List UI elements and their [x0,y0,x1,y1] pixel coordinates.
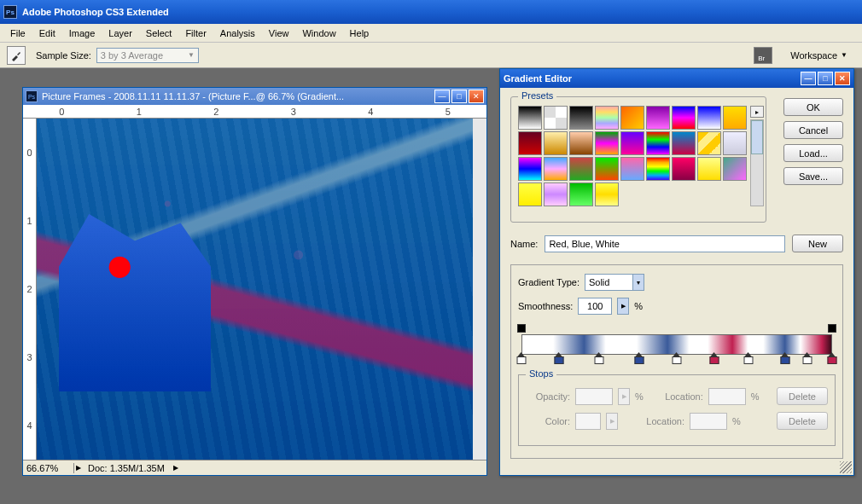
preset-swatch[interactable] [518,131,542,155]
minimize-button[interactable]: — [434,90,450,103]
sample-size-label: Sample Size: [36,50,91,61]
preset-swatch[interactable] [544,182,568,206]
scrollbar-vertical[interactable] [750,119,764,206]
preset-swatch[interactable] [723,157,747,181]
menu-file[interactable]: File [3,26,32,41]
preset-swatch[interactable] [697,106,721,130]
canvas[interactable] [37,119,473,460]
color-stop[interactable] [554,356,563,368]
menu-layer[interactable]: Layer [102,26,139,41]
presets-label: Presets [518,90,556,101]
preset-swatch[interactable] [544,106,568,130]
zoom-field[interactable]: 66.67% [23,463,74,473]
gradient-editor-dialog: Gradient Editor — □ ✕ OK Cancel Load... … [499,68,854,476]
opacity-input [575,388,613,405]
preset-swatch[interactable] [646,157,670,181]
gradient-name-input[interactable] [545,235,785,252]
app-title: Adobe Photoshop CS3 Extended [22,7,169,17]
stops-label: Stops [526,368,556,379]
preset-swatch[interactable] [672,157,696,181]
color-stop[interactable] [517,356,527,368]
preset-swatch[interactable] [646,106,670,130]
document-window: Ps Picture Frames - 2008.11.11 11.11.37 … [22,87,487,476]
preset-swatch[interactable] [518,157,542,181]
menu-select[interactable]: Select [139,26,179,41]
preset-swatch[interactable] [569,106,593,130]
location-input [690,413,727,430]
eyedropper-tool-icon[interactable] [7,46,26,65]
presets-menu-icon[interactable]: ▸ [750,106,764,118]
minimize-button[interactable]: — [801,72,816,85]
preset-swatch[interactable] [595,182,619,206]
preset-swatch[interactable] [723,131,747,155]
preset-swatch[interactable] [518,106,542,130]
options-bar: Sample Size: 3 by 3 Average ▼ Workspace … [0,43,862,68]
preset-swatch[interactable] [672,131,696,155]
maximize-button[interactable]: □ [451,90,467,103]
gradient-type-select[interactable]: Solid ▾ [585,274,644,291]
color-stop[interactable] [828,356,837,368]
preset-swatch[interactable] [595,106,619,130]
save-button[interactable]: Save... [783,167,843,185]
preset-swatch[interactable] [569,157,593,181]
menu-analysis[interactable]: Analysis [213,26,262,41]
cancel-button[interactable]: Cancel [783,121,843,139]
color-stop[interactable] [635,356,644,368]
menu-window[interactable]: Window [295,26,342,41]
preset-swatch[interactable] [544,157,568,181]
chevron-right-icon[interactable]: ▶ [173,464,178,472]
preset-swatch[interactable] [569,182,593,206]
new-button[interactable]: New [792,235,843,252]
location-label: Location: [659,391,703,402]
bridge-icon[interactable] [754,47,772,64]
smoothness-input[interactable] [578,298,612,315]
menu-image[interactable]: Image [62,26,102,41]
document-title: Picture Frames - 2008.11.11 11.11.37 - (… [42,91,434,101]
opacity-stop[interactable] [828,324,836,333]
gradient-type-label: Gradient Type: [518,277,580,287]
color-stop[interactable] [781,356,790,368]
vertical-ruler: 01234 [23,119,37,460]
resize-grip-icon[interactable] [840,461,852,473]
menu-edit[interactable]: Edit [32,26,62,41]
menu-help[interactable]: Help [343,26,376,41]
preset-swatch[interactable] [544,131,568,155]
preset-swatch[interactable] [723,106,747,130]
scrollbar-vertical[interactable] [473,119,486,460]
color-stop[interactable] [709,356,719,368]
preset-swatch[interactable] [697,157,721,181]
smoothness-label: Smoothness: [518,301,573,311]
smoothness-slider-icon[interactable]: ▶ [617,298,629,315]
close-button[interactable]: ✕ [469,90,484,103]
preset-swatch[interactable] [620,131,644,155]
preset-swatch[interactable] [697,131,721,155]
sample-size-select[interactable]: 3 by 3 Average ▼ [96,48,199,63]
maximize-button[interactable]: □ [818,72,833,85]
color-stop[interactable] [743,356,753,368]
doc-size-label: Doc: 1.35M/1.35M [81,463,172,473]
color-stop[interactable] [802,356,812,368]
menu-filter[interactable]: Filter [178,26,213,41]
color-stop[interactable] [595,356,604,368]
delete-opacity-stop-button: Delete [777,387,828,405]
ok-button[interactable]: OK [783,98,843,116]
preset-swatch[interactable] [595,131,619,155]
dialog-titlebar[interactable]: Gradient Editor — □ ✕ [500,69,853,88]
document-titlebar[interactable]: Ps Picture Frames - 2008.11.11 11.11.37 … [23,88,486,105]
preset-swatch[interactable] [672,106,696,130]
photoshop-icon: Ps [26,90,38,102]
load-button[interactable]: Load... [783,144,843,162]
preset-swatch[interactable] [518,182,542,206]
menu-view[interactable]: View [262,26,296,41]
preset-swatch[interactable] [646,131,670,155]
preset-swatch[interactable] [620,157,644,181]
workspace-menu[interactable]: Workspace ▼ [783,47,855,64]
preset-swatch[interactable] [569,131,593,155]
preset-swatch[interactable] [595,157,619,181]
opacity-slider-icon: ▶ [618,388,630,405]
close-button[interactable]: ✕ [835,72,850,85]
opacity-stop[interactable] [517,324,526,333]
preset-swatch[interactable] [620,106,644,130]
gradient-bar[interactable] [521,327,832,369]
color-stop[interactable] [673,356,682,368]
